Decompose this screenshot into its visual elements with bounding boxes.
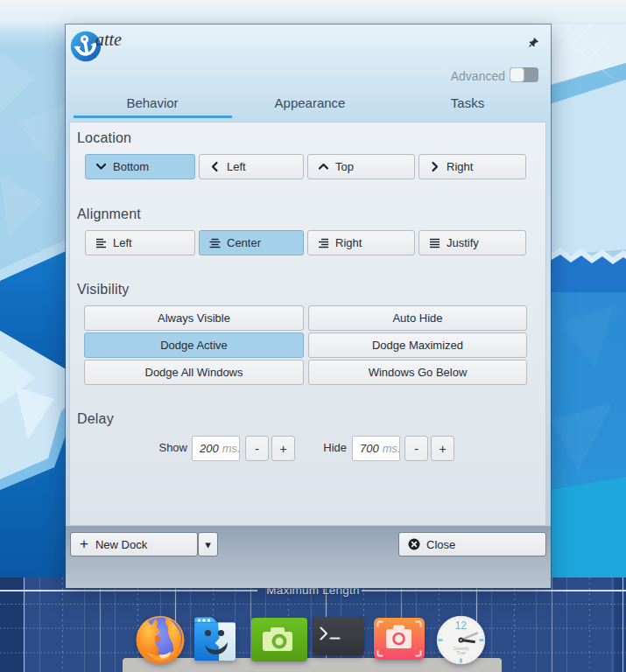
svg-text:Coventry: Coventry (453, 647, 469, 651)
svg-text:Time: Time (457, 651, 466, 655)
svg-text:12: 12 (455, 620, 468, 632)
